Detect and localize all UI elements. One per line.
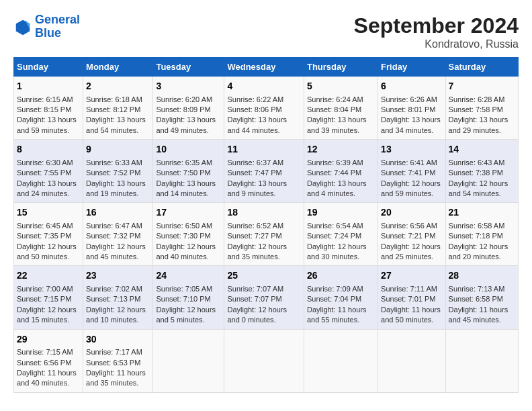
- daylight-text: Daylight: 11 hours and 50 minutes.: [381, 306, 441, 324]
- daylight-text: Daylight: 13 hours and 44 minutes.: [227, 116, 287, 134]
- calendar-table: SundayMondayTuesdayWednesdayThursdayFrid…: [13, 57, 519, 393]
- calendar-cell: 23Sunrise: 7:02 AMSunset: 7:13 PMDayligh…: [83, 266, 153, 329]
- sunrise-text: Sunrise: 7:13 AM: [449, 285, 505, 293]
- day-number: 15: [17, 206, 80, 220]
- day-number: 12: [307, 143, 375, 156]
- calendar-cell: [224, 329, 304, 392]
- sunset-text: Sunset: 7:35 PM: [17, 232, 71, 240]
- sunset-text: Sunset: 7:04 PM: [307, 295, 361, 303]
- sunset-text: Sunset: 7:32 PM: [86, 232, 140, 240]
- daylight-text: Daylight: 12 hours and 0 minutes.: [227, 306, 287, 324]
- day-number: 7: [449, 80, 515, 93]
- daylight-text: Daylight: 13 hours and 54 minutes.: [86, 116, 146, 134]
- day-number: 5: [307, 80, 375, 93]
- day-number: 24: [156, 269, 221, 283]
- sunrise-text: Sunrise: 6:33 AM: [86, 158, 142, 167]
- day-number: 4: [227, 80, 301, 93]
- sunset-text: Sunset: 6:56 PM: [17, 359, 71, 367]
- calendar-cell: 27Sunrise: 7:11 AMSunset: 7:01 PMDayligh…: [378, 266, 445, 329]
- day-number: 10: [156, 143, 221, 156]
- day-number: 29: [17, 333, 80, 347]
- daylight-text: Daylight: 13 hours and 34 minutes.: [381, 116, 441, 134]
- day-number: 18: [227, 206, 301, 220]
- sunrise-text: Sunrise: 6:41 AM: [381, 158, 437, 167]
- calendar-cell: 20Sunrise: 6:56 AMSunset: 7:21 PMDayligh…: [378, 203, 445, 266]
- sunset-text: Sunset: 7:41 PM: [381, 169, 435, 177]
- calendar-cell: 22Sunrise: 7:00 AMSunset: 7:15 PMDayligh…: [14, 266, 83, 329]
- calendar-cell: 3Sunrise: 6:20 AMSunset: 8:09 PMDaylight…: [153, 77, 224, 140]
- logo: GeneralBlue: [13, 13, 80, 40]
- sunrise-text: Sunrise: 6:50 AM: [156, 222, 212, 230]
- sunset-text: Sunset: 7:47 PM: [227, 169, 281, 177]
- day-number: 30: [86, 333, 150, 347]
- daylight-text: Daylight: 12 hours and 20 minutes.: [449, 242, 508, 261]
- calendar-cell: 9Sunrise: 6:33 AMSunset: 7:52 PMDaylight…: [83, 140, 153, 203]
- sunrise-text: Sunrise: 7:15 AM: [17, 348, 73, 356]
- calendar-cell: [304, 329, 378, 392]
- day-number: 8: [17, 143, 80, 156]
- day-number: 22: [17, 269, 80, 283]
- day-number: 2: [86, 80, 150, 93]
- daylight-text: Daylight: 12 hours and 45 minutes.: [86, 242, 146, 261]
- daylight-text: Daylight: 11 hours and 55 minutes.: [307, 306, 367, 324]
- calendar-cell: 11Sunrise: 6:37 AMSunset: 7:47 PMDayligh…: [224, 140, 304, 203]
- calendar-cell: 13Sunrise: 6:41 AMSunset: 7:41 PMDayligh…: [378, 140, 445, 203]
- daylight-text: Daylight: 12 hours and 50 minutes.: [17, 242, 77, 261]
- sunrise-text: Sunrise: 6:18 AM: [86, 95, 142, 103]
- logo-icon: [13, 17, 32, 36]
- calendar-cell: 26Sunrise: 7:09 AMSunset: 7:04 PMDayligh…: [304, 266, 378, 329]
- header-sunday: Sunday: [14, 58, 83, 77]
- calendar-cell: 1Sunrise: 6:15 AMSunset: 8:15 PMDaylight…: [14, 77, 83, 140]
- sunset-text: Sunset: 7:27 PM: [227, 232, 281, 240]
- calendar-cell: 14Sunrise: 6:43 AMSunset: 7:38 PMDayligh…: [445, 140, 518, 203]
- week-row-5: 29Sunrise: 7:15 AMSunset: 6:56 PMDayligh…: [14, 329, 519, 392]
- daylight-text: Daylight: 12 hours and 10 minutes.: [86, 306, 146, 324]
- day-number: 23: [86, 269, 150, 283]
- day-number: 19: [307, 206, 375, 220]
- day-number: 28: [449, 269, 515, 283]
- header-monday: Monday: [83, 58, 153, 77]
- day-number: 6: [381, 80, 442, 93]
- sunset-text: Sunset: 7:15 PM: [17, 295, 71, 303]
- daylight-text: Daylight: 12 hours and 59 minutes.: [381, 179, 441, 197]
- calendar-cell: 4Sunrise: 6:22 AMSunset: 8:06 PMDaylight…: [224, 77, 304, 140]
- daylight-text: Daylight: 13 hours and 59 minutes.: [17, 116, 77, 134]
- calendar-cell: 28Sunrise: 7:13 AMSunset: 6:58 PMDayligh…: [445, 266, 518, 329]
- week-row-4: 22Sunrise: 7:00 AMSunset: 7:15 PMDayligh…: [14, 266, 519, 329]
- week-row-2: 8Sunrise: 6:30 AMSunset: 7:55 PMDaylight…: [14, 140, 519, 203]
- header-saturday: Saturday: [445, 58, 518, 77]
- header-friday: Friday: [378, 58, 445, 77]
- calendar-cell: [378, 329, 445, 392]
- header-thursday: Thursday: [304, 58, 378, 77]
- sunrise-text: Sunrise: 6:15 AM: [17, 95, 73, 103]
- sunrise-text: Sunrise: 6:47 AM: [86, 222, 142, 230]
- day-number: 11: [227, 143, 301, 156]
- sunrise-text: Sunrise: 7:11 AM: [381, 285, 437, 293]
- daylight-text: Daylight: 12 hours and 35 minutes.: [227, 242, 287, 261]
- sunrise-text: Sunrise: 6:39 AM: [307, 158, 363, 167]
- daylight-text: Daylight: 12 hours and 40 minutes.: [156, 242, 216, 261]
- day-number: 16: [86, 206, 150, 220]
- sunset-text: Sunset: 6:58 PM: [449, 295, 503, 303]
- daylight-text: Daylight: 12 hours and 25 minutes.: [381, 242, 441, 261]
- header-wednesday: Wednesday: [224, 58, 304, 77]
- calendar-cell: 30Sunrise: 7:17 AMSunset: 6:53 PMDayligh…: [83, 329, 153, 392]
- sunset-text: Sunset: 7:55 PM: [17, 169, 71, 177]
- calendar-cell: 12Sunrise: 6:39 AMSunset: 7:44 PMDayligh…: [304, 140, 378, 203]
- calendar-cell: 5Sunrise: 6:24 AMSunset: 8:04 PMDaylight…: [304, 77, 378, 140]
- sunset-text: Sunset: 6:53 PM: [86, 359, 140, 367]
- sunrise-text: Sunrise: 6:24 AM: [307, 95, 363, 103]
- calendar-cell: [445, 329, 518, 392]
- day-number: 9: [86, 143, 150, 156]
- sunset-text: Sunset: 8:01 PM: [381, 105, 435, 113]
- sunset-text: Sunset: 7:10 PM: [156, 295, 210, 303]
- daylight-text: Daylight: 12 hours and 54 minutes.: [449, 179, 508, 197]
- header-tuesday: Tuesday: [153, 58, 224, 77]
- calendar-cell: 29Sunrise: 7:15 AMSunset: 6:56 PMDayligh…: [14, 329, 83, 392]
- title-block: September 2024 Kondratovo, Russia: [354, 13, 519, 50]
- day-number: 20: [381, 206, 442, 220]
- day-number: 25: [227, 269, 301, 283]
- daylight-text: Daylight: 13 hours and 24 minutes.: [17, 179, 77, 197]
- month-title: September 2024: [354, 13, 519, 38]
- daylight-text: Daylight: 13 hours and 14 minutes.: [156, 179, 216, 197]
